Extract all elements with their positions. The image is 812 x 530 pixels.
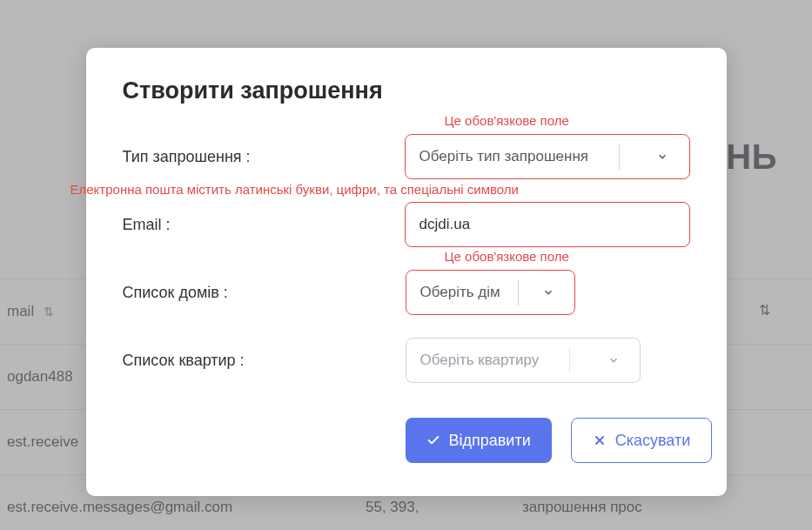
select-house[interactable]: Оберіть дім: [406, 270, 575, 315]
submit-button-label: Відправити: [449, 432, 531, 450]
chevron-down-icon: [601, 354, 626, 366]
email-field-wrap: [405, 202, 690, 247]
select-placeholder: Оберіть квартиру: [420, 352, 540, 369]
label-email: Email :: [123, 216, 405, 234]
select-apartment[interactable]: Оберіть квартиру: [406, 338, 641, 383]
field-row-type: Це обов'язкове поле Тип запрошення : Обе…: [123, 134, 690, 179]
label-apartment: Список квартир :: [123, 352, 406, 370]
close-icon: [593, 433, 607, 447]
cancel-button[interactable]: Скасувати: [571, 418, 713, 463]
chevron-down-icon: [650, 151, 674, 163]
field-row-apartment: Список квартир : Оберіть квартиру: [123, 338, 690, 383]
label-house: Список домів :: [123, 284, 406, 302]
label-type: Тип запрошення :: [123, 148, 405, 166]
select-placeholder: Оберіть дім: [420, 284, 500, 301]
modal-overlay: Створити запрошення Це обов'язкове поле …: [0, 0, 812, 530]
field-row-house: Це обов'язкове поле Список домів : Обері…: [123, 270, 690, 315]
select-separator: [518, 279, 519, 305]
field-row-email: Електронна пошта містить латинські букви…: [123, 202, 690, 247]
error-type: Це обов'язкове поле: [445, 113, 569, 128]
create-invitation-modal: Створити запрошення Це обов'язкове поле …: [86, 48, 727, 496]
chevron-down-icon: [536, 286, 560, 299]
check-icon: [426, 433, 440, 447]
email-field[interactable]: [419, 216, 675, 233]
submit-button[interactable]: Відправити: [406, 418, 552, 463]
error-house: Це обов'язкове поле: [445, 249, 569, 264]
select-placeholder: Оберіть тип запрошення: [419, 148, 588, 165]
cancel-button-label: Скасувати: [615, 432, 691, 450]
modal-actions: Відправити Скасувати: [406, 418, 690, 463]
select-separator: [569, 347, 570, 373]
modal-title: Створити запрошення: [123, 77, 690, 104]
select-invitation-type[interactable]: Оберіть тип запрошення: [405, 134, 690, 179]
error-email: Електронна пошта містить латинські букви…: [70, 181, 519, 198]
select-separator: [619, 144, 620, 170]
